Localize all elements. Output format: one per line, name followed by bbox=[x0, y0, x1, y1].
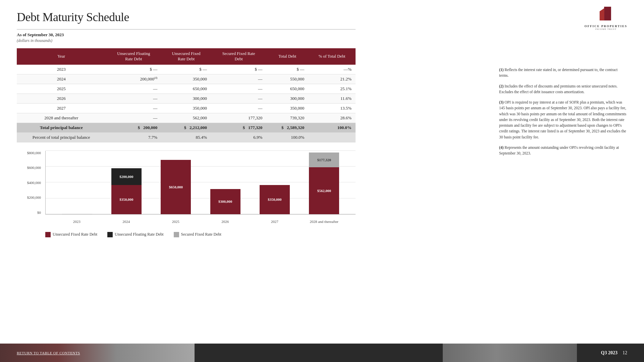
legend-label-floating: Unsecured Floating Rate Debt bbox=[115, 232, 164, 237]
col-total: Total Debt bbox=[266, 48, 308, 65]
x-label-2027: 2027 bbox=[260, 220, 290, 224]
cell-total: 350,000 bbox=[266, 103, 308, 113]
col-secured: Secured Fixed RateDebt bbox=[211, 48, 266, 65]
bar-2026-fixed: $300,000 bbox=[210, 189, 240, 214]
footer-right: Q3 2023 12 bbox=[601, 350, 627, 356]
y-label-200: $200,000 bbox=[27, 195, 41, 199]
cell-total: 650,000 bbox=[266, 84, 308, 94]
notes-list: (1) Reflects the interest rate stated in… bbox=[493, 67, 627, 156]
table-row: 2024 200,000(4) 350,000 — 550,000 21.2% bbox=[17, 74, 356, 84]
bar-group-2024: $200,000 $350,000 bbox=[111, 151, 142, 214]
legend-item-floating: Unsecured Floating Rate Debt bbox=[107, 232, 164, 237]
cell-total-label: Total principal balance bbox=[17, 123, 106, 132]
bar-stack-2027: $350,000 bbox=[260, 185, 290, 214]
cell-pct: 11.6% bbox=[308, 94, 356, 103]
table-row: 2028 and thereafter — 562,000 177,320 73… bbox=[17, 113, 356, 123]
legend-label-fixed: Unsecured Fixed Rate Debt bbox=[53, 232, 97, 237]
main-content: Debt Maturity Schedule As of September 3… bbox=[0, 0, 356, 237]
notes-panel: (1) Reflects the interest rate stated in… bbox=[493, 67, 627, 161]
bar-2024-fixed: $350,000 bbox=[111, 185, 142, 214]
cell-secured: 177,320 bbox=[211, 113, 266, 123]
bar-group-2028: $177,320 $562,000 bbox=[309, 151, 339, 214]
cell-ufloat: — bbox=[106, 103, 161, 113]
cell-ufloat: $ — bbox=[106, 65, 161, 74]
legend-color-secured bbox=[174, 232, 179, 237]
table-row: 2025 — 650,000 — 650,000 25.1% bbox=[17, 84, 356, 94]
bars-wrapper: $200,000 $350,000 $650,000 $300,000 bbox=[46, 151, 356, 214]
cell-ufloat: — bbox=[106, 84, 161, 94]
page-title: Debt Maturity Schedule bbox=[17, 10, 339, 24]
cell-pct: —% bbox=[308, 65, 356, 74]
cell-total: 739,320 bbox=[266, 113, 308, 123]
cell-year: 2028 and thereafter bbox=[17, 113, 106, 123]
table-row: 2023 $ — $ — $ — $ — —% bbox=[17, 65, 356, 74]
cell-pct: 21.2% bbox=[308, 74, 356, 84]
logo: OFFICE PROPERTIES INCOME TRUST bbox=[585, 7, 627, 31]
col-ufixed: Unsecured FixedRate Debt bbox=[161, 48, 211, 65]
note-item: (4) Represents the amount outstanding un… bbox=[493, 145, 627, 157]
cell-pct-total: 100.0% bbox=[266, 132, 308, 142]
logo-line1: OFFICE PROPERTIES bbox=[585, 24, 627, 28]
cell-total-secured: $ 177,320 bbox=[211, 123, 266, 132]
cell-total-pct: 100.0% bbox=[308, 123, 356, 132]
cell-ufixed: 650,000 bbox=[161, 84, 211, 94]
chart-container: $800,000 $600,000 $400,000 $200,000 $0 bbox=[17, 151, 356, 228]
y-axis: $800,000 $600,000 $400,000 $200,000 $0 bbox=[17, 151, 44, 215]
footer-page: 12 bbox=[623, 350, 627, 356]
bar-group-2025: $650,000 bbox=[161, 151, 191, 214]
cell-total: 300,000 bbox=[266, 94, 308, 103]
col-year: Year bbox=[17, 48, 106, 65]
x-label-2026: 2026 bbox=[210, 220, 240, 224]
legend-label-secured: Secured Fixed Rate Debt bbox=[181, 232, 221, 237]
cell-total-total: $ 2,589,320 bbox=[266, 123, 308, 132]
table-row: 2026 — 300,000 — 300,000 11.6% bbox=[17, 94, 356, 103]
x-label-2024: 2024 bbox=[111, 220, 141, 224]
cell-secured: — bbox=[211, 74, 266, 84]
cell-pct: 28.6% bbox=[308, 113, 356, 123]
cell-ufixed: 300,000 bbox=[161, 94, 211, 103]
footer-quarter: Q3 2023 bbox=[601, 350, 618, 356]
cell-total: $ — bbox=[266, 65, 308, 74]
subtitle-unit: (dollars in thousands) bbox=[17, 38, 339, 43]
x-label-2023: 2023 bbox=[62, 220, 92, 224]
bar-stack-2025: $650,000 bbox=[161, 160, 191, 214]
cell-ufixed: $ — bbox=[161, 65, 211, 74]
x-label-2025: 2025 bbox=[161, 220, 191, 224]
table-row: 2027 — 350,000 — 350,000 13.5% bbox=[17, 103, 356, 113]
bar-2028-fixed: $562,000 bbox=[309, 167, 339, 214]
note-item: (3) OPI is required to pay interest at a… bbox=[493, 100, 627, 140]
y-label-600: $600,000 bbox=[27, 166, 41, 170]
footer-link[interactable]: RETURN TO TABLE OF CONTENTS bbox=[17, 351, 80, 355]
bar-2024-floating: $200,000 bbox=[111, 168, 142, 185]
svg-marker-3 bbox=[604, 7, 611, 20]
bar-2025-fixed: $650,000 bbox=[161, 160, 191, 214]
cell-year: 2027 bbox=[17, 103, 106, 113]
y-label-0: $0 bbox=[37, 210, 41, 215]
legend-color-fixed bbox=[45, 232, 51, 237]
footer: RETURN TO TABLE OF CONTENTS Q3 2023 12 bbox=[0, 344, 644, 362]
cell-ufloat: 200,000(4) bbox=[106, 74, 161, 84]
cell-pct-secured: 6.9% bbox=[211, 132, 266, 142]
cell-secured: — bbox=[211, 103, 266, 113]
cell-pct-ufixed: 85.4% bbox=[161, 132, 211, 142]
chart-section: $800,000 $600,000 $400,000 $200,000 $0 bbox=[17, 151, 356, 237]
cell-ufixed: 350,000 bbox=[161, 74, 211, 84]
cell-year: 2026 bbox=[17, 94, 106, 103]
cell-secured: $ — bbox=[211, 65, 266, 74]
note-item: (2) Includes the effect of discounts and… bbox=[493, 83, 627, 95]
total-row: Total principal balance $ 200,000 $ 2,21… bbox=[17, 123, 356, 132]
legend-item-fixed: Unsecured Fixed Rate Debt bbox=[45, 232, 97, 237]
bar-group-2026: $300,000 bbox=[210, 151, 240, 214]
logo-line2: INCOME TRUST bbox=[595, 28, 616, 31]
subtitle-date: As of September 30, 2023 bbox=[17, 32, 339, 38]
cell-ufloat: — bbox=[106, 113, 161, 123]
cell-total: 550,000 bbox=[266, 74, 308, 84]
x-label-2028: 2028 and thereafter bbox=[309, 220, 339, 224]
footer-image-right bbox=[443, 344, 577, 362]
debt-table: Year Unsecured FloatingRate Debt Unsecur… bbox=[17, 48, 356, 142]
cell-pct: 13.5% bbox=[308, 103, 356, 113]
bar-2028-secured: $177,320 bbox=[309, 153, 339, 167]
svg-marker-4 bbox=[600, 8, 604, 20]
y-label-800: $800,000 bbox=[27, 151, 41, 155]
cell-year: 2025 bbox=[17, 84, 106, 94]
